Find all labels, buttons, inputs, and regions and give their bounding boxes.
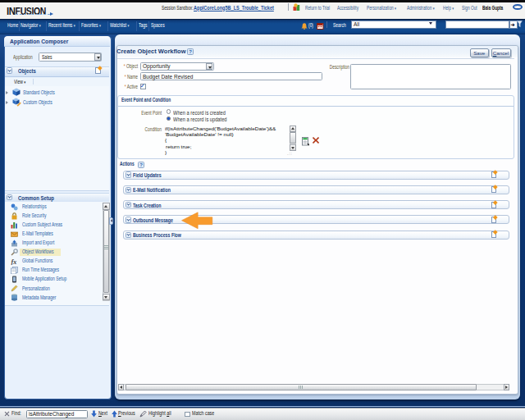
svg-text:fx: fx — [11, 258, 17, 265]
